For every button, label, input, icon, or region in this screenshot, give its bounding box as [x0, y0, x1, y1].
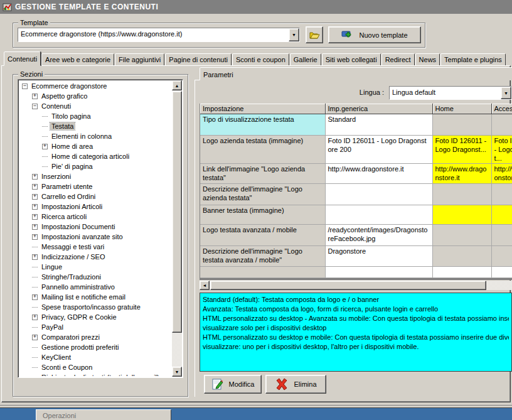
delete-button[interactable]: Elimina [265, 375, 326, 394]
language-combo-arrow-icon[interactable]: ▼ [501, 87, 511, 99]
setting-name-cell[interactable]: Banner testata (immagine) [200, 205, 325, 224]
tree-item-label[interactable]: Impostazioni avanzate sito [40, 233, 124, 240]
new-template-button[interactable]: Nuovo template [328, 26, 421, 43]
tree-item-impostazioni-avanzate-sito[interactable]: +Impostazioni avanzate sito [19, 232, 171, 242]
setting-value-cell[interactable]: Foto ID 126011 - Logo Dragonst... [432, 135, 491, 163]
setting-name-cell[interactable]: Logo azienda testata (immagine) [200, 135, 325, 163]
tab-aree-web-e-categorie[interactable]: Aree web e categorie [41, 53, 114, 66]
tree-item-label[interactable]: Home di categoria articoli [50, 153, 131, 160]
tree-item-lingue[interactable]: Lingue [19, 262, 171, 272]
expand-toggle-icon[interactable]: + [32, 294, 38, 300]
open-folder-button[interactable] [306, 26, 323, 43]
setting-value-cell[interactable]: Standard [325, 114, 432, 135]
tree-item-label[interactable]: Ecommerce dragonstore [30, 82, 108, 90]
expand-toggle-icon[interactable]: + [32, 194, 38, 200]
setting-value-cell[interactable]: http://www.dragonstore.it [432, 163, 491, 183]
expand-toggle-icon[interactable]: + [32, 204, 38, 210]
expand-toggle-icon[interactable]: + [32, 94, 38, 99]
tree-item-keyclient[interactable]: KeyClient [19, 352, 171, 362]
tab-template-e-plugins[interactable]: Template e plugins [440, 53, 506, 66]
setting-name-cell[interactable]: Tipo di visualizzazione testata [200, 114, 325, 135]
tree-item-privacy-gdpr-e-cookie[interactable]: +Privacy, GDPR e Cookie [19, 312, 171, 322]
tree-item-stringhe-traduzioni[interactable]: Stringhe/Traduzioni [19, 272, 171, 282]
tree-item-label[interactable]: Testata [50, 122, 75, 130]
setting-value-cell[interactable]: Foto ID 126011 - Logo Dragonstore 200 [325, 135, 432, 163]
tree-item-impostazioni-documenti[interactable]: +Impostazioni Documenti [19, 222, 171, 232]
setting-value-cell[interactable] [325, 183, 432, 205]
expand-toggle-icon[interactable]: + [32, 234, 38, 240]
expand-toggle-icon[interactable]: + [32, 184, 38, 190]
setting-value-cell[interactable] [491, 266, 512, 277]
tab-siti-web-collegati[interactable]: Siti web collegati [322, 53, 381, 66]
collapse-toggle-icon[interactable]: − [22, 83, 28, 89]
tree-item-label[interactable]: Ricerca articoli [40, 213, 88, 220]
tree-item-gestione-prodotti-preferiti[interactable]: Gestione prodotti preferiti [19, 342, 171, 352]
table-hscrollbar[interactable]: ◄ [200, 281, 512, 290]
scroll-down-icon[interactable]: ▼ [172, 367, 182, 377]
tree-item-label[interactable]: Aspetto grafico [40, 92, 88, 100]
tree-item-home-di-area[interactable]: +Home di area [19, 141, 171, 151]
tree-item-label[interactable]: Spese trasporto/incasso gratuite [40, 303, 142, 311]
tree-item-label[interactable]: Home di area [50, 143, 94, 150]
setting-value-cell[interactable]: Dragonstore [325, 245, 432, 266]
tab-gallerie[interactable]: Gallerie [290, 53, 321, 66]
tab-pagine-di-contenuti[interactable]: Pagine di contenuti [165, 53, 232, 66]
setting-value-cell[interactable] [491, 224, 512, 245]
tab-parametri[interactable]: Parametri [200, 67, 512, 80]
setting-value-cell[interactable] [491, 183, 512, 205]
expand-toggle-icon[interactable]: + [32, 254, 38, 260]
template-combo-arrow-icon[interactable]: ▼ [289, 28, 299, 41]
tree-item-label[interactable]: Stringhe/Traduzioni [40, 273, 102, 281]
tree-item-spese-trasporto-incasso-gratuite[interactable]: Spese trasporto/incasso gratuite [19, 302, 171, 312]
expand-toggle-icon[interactable]: + [32, 224, 38, 230]
setting-value-cell[interactable] [491, 114, 512, 135]
tree-item-richieste-degli-utenti-testi-delle-email[interactable]: Richieste degli utenti (testi delle emai… [19, 372, 171, 376]
setting-name-cell[interactable]: Descrizione dell'immagine "Logo testata … [200, 245, 325, 266]
tree-item-ecommerce-dragonstore[interactable]: −Ecommerce dragonstore [19, 81, 171, 91]
tree-item-label[interactable]: Indicizzazione / SEO [40, 253, 107, 261]
tree-item-pannello-amministrativo[interactable]: Pannello amministrativo [19, 282, 171, 292]
setting-value-cell[interactable] [491, 205, 512, 224]
tree-item-label[interactable]: Richieste degli utenti (testi delle emai… [40, 374, 161, 376]
tree-item-titolo-pagina[interactable]: Titolo pagina [19, 111, 171, 121]
setting-value-cell[interactable]: http://www.dragonstore.it [491, 163, 512, 183]
tree-item-label[interactable]: Carrello ed Ordini [40, 193, 97, 200]
scroll-left-icon[interactable]: ◄ [200, 281, 210, 290]
tree-item-label[interactable]: Titolo pagina [50, 112, 92, 120]
setting-name-cell[interactable]: Descrizione dell'immagine "Logo azienda … [200, 183, 325, 205]
setting-value-cell[interactable] [432, 245, 491, 266]
tree-item-label[interactable]: Impostazioni Articoli [40, 203, 104, 210]
tree-item-label[interactable]: Sconti e Coupon [40, 363, 93, 371]
setting-value-cell[interactable] [432, 266, 491, 277]
tab-sconti-e-coupon[interactable]: Sconti e coupon [232, 53, 289, 66]
language-combobox[interactable]: Lingua default ▼ [389, 86, 512, 100]
tree-item-sconti-e-coupon[interactable]: Sconti e Coupon [19, 362, 171, 372]
modify-button[interactable]: Modifica [204, 375, 262, 394]
tree-item-parametri-utente[interactable]: +Parametri utente [19, 181, 171, 191]
tree-item-label[interactable]: Comparatori prezzi [40, 333, 101, 341]
tree-scrollbar[interactable]: ▲ ▼ [172, 80, 182, 377]
setting-name-cell[interactable] [200, 266, 325, 277]
setting-value-cell[interactable] [432, 183, 491, 205]
tree-item-label[interactable]: Messaggi e testi vari [40, 243, 105, 250]
expand-toggle-icon[interactable]: + [32, 335, 38, 340]
tree-item-carrello-ed-ordini[interactable]: +Carrello ed Ordini [19, 191, 171, 202]
setting-value-cell[interactable] [325, 266, 432, 277]
setting-value-cell[interactable] [432, 224, 491, 245]
tree-item-label[interactable]: Mailing list e notifiche email [40, 293, 127, 301]
table-hscrollbar-thumb[interactable] [210, 281, 486, 290]
tree-item-paypal[interactable]: PayPal [19, 322, 171, 332]
tree-item-pie-di-pagina[interactable]: Pie' di pagina [19, 161, 171, 171]
tree-item-label[interactable]: Inserzioni [40, 173, 72, 180]
expand-toggle-icon[interactable]: + [32, 315, 38, 320]
tree-item-testata[interactable]: Testata [19, 121, 171, 131]
tree-item-label[interactable]: Pannello amministrativo [40, 283, 116, 291]
tree-item-label[interactable]: Lingue [40, 263, 63, 271]
setting-name-cell[interactable]: Link dell'immagine "Logo azienda testata… [200, 163, 325, 183]
setting-value-cell[interactable] [432, 205, 491, 224]
tree-item-elementi-in-colonna[interactable]: Elementi in colonna [19, 131, 171, 141]
tree-item-home-di-categoria-articoli[interactable]: Home di categoria articoli [19, 151, 171, 161]
collapse-toggle-icon[interactable]: − [32, 104, 38, 109]
tree-item-inserzioni[interactable]: +Inserzioni [19, 171, 171, 181]
tree-item-impostazioni-articoli[interactable]: +Impostazioni Articoli [19, 202, 171, 212]
